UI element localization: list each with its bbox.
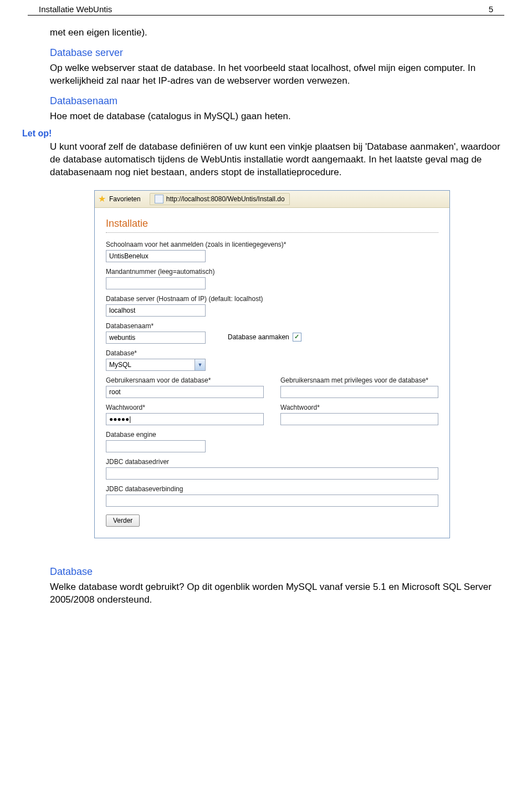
header-title: Installatie WebUntis	[39, 4, 112, 14]
db-server-text: Op welke webserver staat de database. In…	[50, 62, 510, 88]
label-dbname: Databasenaam*	[106, 322, 206, 330]
wachtwoord-input[interactable]	[106, 413, 264, 425]
label-wachtwoord: Wachtwoord*	[106, 404, 264, 411]
db-name-heading: Databasenaam	[50, 95, 510, 107]
gebruikersnaam-priv-input[interactable]	[280, 386, 438, 398]
chevron-down-icon[interactable]: ▼	[195, 359, 205, 370]
verder-button[interactable]: Verder	[106, 514, 140, 527]
favorites-bar: ★ Favorieten http://localhost:8080/WebUn…	[95, 191, 449, 208]
label-db-aanmaken: Database aanmaken	[228, 333, 289, 341]
wachtwoord2-input[interactable]	[280, 413, 438, 425]
tab-url: http://localhost:8080/WebUntis/Install.d…	[166, 195, 285, 203]
page-icon	[155, 195, 163, 203]
label-database: Database*	[106, 349, 438, 357]
label-mandant: Mandantnummer (leeg=automatisch)	[106, 268, 438, 276]
header-page-number: 5	[489, 4, 493, 14]
database-text: Welke database wordt gebruikt? Op dit og…	[50, 581, 510, 607]
star-icon: ★	[98, 193, 106, 204]
intro-paragraph: met een eigen licentie).	[50, 27, 510, 39]
label-dbserver: Database server (Hostnaam of IP) (defaul…	[106, 295, 438, 303]
gebruikersnaam-input[interactable]	[106, 386, 264, 398]
schoolnaam-input[interactable]	[106, 250, 206, 262]
jdbc-driver-input[interactable]	[106, 467, 438, 480]
label-jdbc-driver: JDBC databasedriver	[106, 458, 438, 466]
label-schoolnaam: Schoolnaam voor het aanmelden (zoals in …	[106, 241, 438, 248]
mandant-input[interactable]	[106, 277, 206, 289]
favorites-label: Favorieten	[109, 195, 141, 203]
page-header: Installatie WebUntis 5	[28, 0, 504, 16]
database-heading: Database	[50, 566, 510, 578]
dbname-input[interactable]	[106, 332, 206, 344]
db-server-heading: Database server	[50, 47, 510, 59]
label-wachtwoord2: Wachtwoord*	[280, 404, 438, 411]
db-engine-input[interactable]	[106, 440, 206, 452]
browser-screenshot: ★ Favorieten http://localhost:8080/WebUn…	[94, 190, 450, 538]
letop-label: Let op!	[22, 129, 510, 139]
label-db-engine: Database engine	[106, 431, 438, 439]
install-heading: Installatie	[106, 218, 438, 233]
label-jdbc-verbinding: JDBC databaseverbinding	[106, 485, 438, 493]
db-name-text: Hoe moet de database (catalogus in MySQL…	[50, 110, 510, 123]
label-gebruikersnaam-priv: Gebruikersnaam met privileges voor de da…	[280, 376, 438, 384]
browser-tab[interactable]: http://localhost:8080/WebUntis/Install.d…	[150, 193, 290, 205]
letop-text: U kunt vooraf zelf de database definiëre…	[50, 141, 510, 179]
dbserver-input[interactable]	[106, 304, 206, 317]
db-aanmaken-checkbox[interactable]: ✓	[293, 333, 301, 342]
database-select[interactable]	[106, 359, 206, 371]
label-gebruikersnaam: Gebruikersnaam voor de database*	[106, 376, 264, 384]
jdbc-verbinding-input[interactable]	[106, 495, 438, 507]
